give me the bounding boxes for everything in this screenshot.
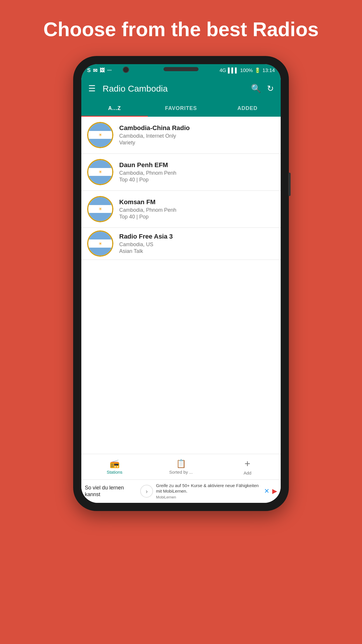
radio-logo: ☀ xyxy=(87,159,113,185)
status-bar-right: 4G ▌▌▌ 100% 🔋 13:14 xyxy=(219,67,275,74)
radio-list: ☀ Cambodia-China Radio Cambodia, Interne… xyxy=(81,117,281,454)
radio-info: Cambodia-China Radio Cambodia, Internet … xyxy=(119,124,275,146)
radio-location: Cambodia, Phnom Penh xyxy=(119,207,275,213)
flag-mid-stripe: ☀ xyxy=(88,239,112,247)
nav-item-stations[interactable]: 📻 Stations xyxy=(81,454,148,480)
radio-info: Daun Penh EFM Cambodia, Phnom Penh Top 4… xyxy=(119,161,275,183)
sun-of-may-icon: ☀ xyxy=(98,169,102,175)
flag-bot-stripe xyxy=(88,176,112,184)
ad-source: MobiLernen xyxy=(156,495,261,500)
radio-genre: Variety xyxy=(119,140,275,146)
phone-frame: S ✉ 🖼 ··· 4G ▌▌▌ 100% 🔋 13:14 ☰ Radio Ca… xyxy=(73,56,289,511)
radio-location: Cambodia, Internet Only xyxy=(119,133,275,139)
ad-arrow-button[interactable]: › xyxy=(140,485,153,498)
status-bar-left: S ✉ 🖼 ··· xyxy=(87,67,112,74)
flag-argentina: ☀ xyxy=(87,230,113,257)
refresh-icon[interactable]: ↻ xyxy=(267,84,274,93)
tab-added[interactable]: ADDED xyxy=(214,100,281,117)
network-type: 4G xyxy=(219,68,226,74)
radio-name: Cambodia-China Radio xyxy=(119,124,275,132)
radio-item[interactable]: ☀ Komsan FM Cambodia, Phnom Penh Top 40 … xyxy=(81,191,281,228)
radio-item[interactable]: ☀ Cambodia-China Radio Cambodia, Interne… xyxy=(81,117,281,154)
radio-logo: ☀ xyxy=(87,196,113,222)
flag-argentina: ☀ xyxy=(87,159,113,185)
phone-camera xyxy=(123,66,129,73)
status-icon-mail: ✉ xyxy=(93,67,97,74)
radio-genre: Top 40 | Pop xyxy=(119,214,275,220)
stations-icon: 📻 xyxy=(110,459,120,468)
add-icon: + xyxy=(245,458,250,469)
ad-close-icon[interactable]: ✕ xyxy=(264,487,269,495)
radio-logo: ☀ xyxy=(87,122,113,148)
radio-genre: Top 40 | Pop xyxy=(119,177,275,183)
page-headline: Choose from the best Radios xyxy=(26,0,336,56)
sorted-icon: 📋 xyxy=(176,459,186,468)
ad-play-icon[interactable]: ▶ xyxy=(272,487,277,495)
status-icon-image: 🖼 xyxy=(100,67,105,74)
flag-argentina: ☀ xyxy=(87,122,113,148)
ad-description: Greife zu auf 50+ Kurse & aktiviere neue… xyxy=(156,483,261,494)
status-icon-s: S xyxy=(87,67,91,74)
signal-strength: ▌▌▌ xyxy=(228,68,238,74)
radio-item[interactable]: ☀ Daun Penh EFM Cambodia, Phnom Penh Top… xyxy=(81,154,281,191)
ad-left-text: So viel du lernen kannst xyxy=(85,485,124,497)
nav-label-add: Add xyxy=(244,470,252,475)
flag-top-stripe xyxy=(88,123,112,131)
radio-location: Cambodia, US xyxy=(119,242,275,248)
status-bar: S ✉ 🖼 ··· 4G ▌▌▌ 100% 🔋 13:14 xyxy=(81,64,281,77)
tabs-bar: A...Z FAVORITES ADDED xyxy=(81,100,281,117)
nav-label-sorted: Sorted by ... xyxy=(169,470,193,475)
flag-mid-stripe: ☀ xyxy=(88,168,112,176)
tab-favorites[interactable]: FAVORITES xyxy=(148,100,214,117)
radio-info: Radio Free Asia 3 Cambodia, US Asian Tal… xyxy=(119,233,275,254)
header-icons: 🔍 ↻ xyxy=(251,84,274,93)
tab-az[interactable]: A...Z xyxy=(81,100,148,117)
phone-side-button xyxy=(288,173,291,196)
radio-name: Radio Free Asia 3 xyxy=(119,233,275,240)
flag-bot-stripe xyxy=(88,248,112,256)
battery-level: 100% xyxy=(240,68,253,74)
nav-item-sorted[interactable]: 📋 Sorted by ... xyxy=(148,454,214,480)
app-header: ☰ Radio Cambodia 🔍 ↻ xyxy=(81,77,281,100)
flag-bot-stripe xyxy=(88,139,112,147)
flag-top-stripe xyxy=(88,160,112,168)
radio-name: Daun Penh EFM xyxy=(119,161,275,169)
flag-mid-stripe: ☀ xyxy=(88,205,112,213)
sun-of-may-icon: ☀ xyxy=(98,206,102,212)
nav-item-add[interactable]: + Add xyxy=(214,454,281,480)
radio-logo: ☀ xyxy=(87,230,113,257)
app-title: Radio Cambodia xyxy=(103,84,251,94)
search-icon[interactable]: 🔍 xyxy=(251,84,261,93)
battery-icon: 🔋 xyxy=(254,67,261,74)
flag-mid-stripe: ☀ xyxy=(88,131,112,139)
status-icon-dots: ··· xyxy=(107,67,112,74)
ad-right-text-block: Greife zu auf 50+ Kurse & aktiviere neue… xyxy=(156,483,261,500)
sun-of-may-icon: ☀ xyxy=(98,132,102,138)
sun-of-may-icon: ☀ xyxy=(98,241,102,246)
flag-top-stripe xyxy=(88,197,112,205)
flag-top-stripe xyxy=(88,232,112,239)
radio-info: Komsan FM Cambodia, Phnom Penh Top 40 | … xyxy=(119,198,275,220)
hamburger-icon[interactable]: ☰ xyxy=(88,84,96,93)
radio-name: Komsan FM xyxy=(119,198,275,206)
ad-left-text-block: So viel du lernen kannst xyxy=(85,484,137,498)
phone-screen: S ✉ 🖼 ··· 4G ▌▌▌ 100% 🔋 13:14 ☰ Radio Ca… xyxy=(81,64,281,503)
nav-label-stations: Stations xyxy=(107,470,122,475)
bottom-nav: 📻 Stations 📋 Sorted by ... + Add xyxy=(81,454,281,480)
radio-item[interactable]: ☀ Radio Free Asia 3 Cambodia, US Asian T… xyxy=(81,228,281,260)
time-display: 13:14 xyxy=(262,68,275,74)
radio-genre: Asian Talk xyxy=(119,248,275,254)
radio-location: Cambodia, Phnom Penh xyxy=(119,170,275,176)
flag-argentina: ☀ xyxy=(87,196,113,222)
ad-banner: So viel du lernen kannst › Greife zu auf… xyxy=(81,480,281,503)
flag-bot-stripe xyxy=(88,213,112,221)
